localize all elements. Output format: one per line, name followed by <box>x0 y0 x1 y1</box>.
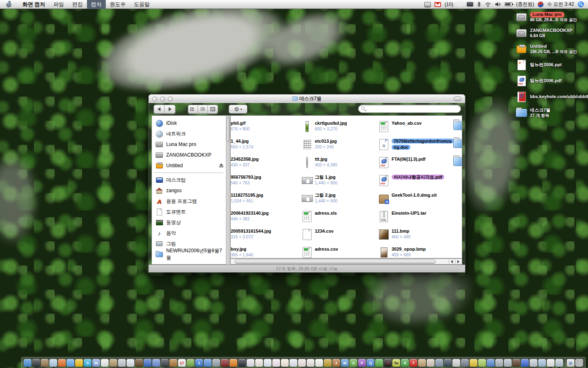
window-title-bar[interactable]: 데스크7월 <box>149 94 465 103</box>
file-item[interactable]: 70706lettertogordonfromzang.doc <box>378 138 454 156</box>
dock-app-icon-1[interactable] <box>32 359 40 367</box>
dock-app-icon-34[interactable] <box>315 359 323 367</box>
file-item[interactable]: 그림 2.jpg1,440 × 900 <box>301 192 377 210</box>
sidebar-item-6[interactable]: 데스크탑 <box>152 175 226 185</box>
dock-app-icon-18[interactable]: 17 <box>178 359 186 367</box>
file-item[interactable]: ttt.jpg400 × 4,385 <box>301 156 377 174</box>
sidebar-item-3[interactable]: ZANGMACBOOKXP <box>152 150 226 160</box>
dock-app-icon-4[interactable] <box>58 359 66 367</box>
dock-app-icon-56[interactable] <box>504 359 512 367</box>
folder-icon-partial[interactable] <box>453 157 462 166</box>
dock-app-icon-50[interactable] <box>452 359 460 367</box>
search-input[interactable] <box>367 105 457 112</box>
dock-app-icon-11[interactable] <box>118 359 126 367</box>
spotlight-icon[interactable] <box>578 1 584 7</box>
dock-app-icon-41[interactable] <box>375 359 383 367</box>
dock-app-icon-51[interactable] <box>461 359 469 367</box>
volume-menu-icon[interactable] <box>495 2 501 7</box>
dock-app-icon-62[interactable] <box>555 359 563 367</box>
dock-app-icon-10[interactable] <box>109 359 117 367</box>
file-item[interactable]: Einstein-UP1.tar <box>378 210 454 228</box>
dock-app-icon-28[interactable] <box>264 359 272 367</box>
action-menu-button[interactable]: ⚙ ▾ <box>229 105 247 114</box>
file-item[interactable]: 3029_opop.bmp459 × 689 <box>378 246 454 258</box>
file-item[interactable]: adress.xls <box>301 210 377 228</box>
displays-menu-icon[interactable] <box>467 2 473 7</box>
apple-menu-icon[interactable] <box>6 1 12 7</box>
airport-wifi-menu-icon[interactable] <box>485 2 491 7</box>
dock-app-icon-35[interactable] <box>324 359 332 367</box>
dock-app-icon-3[interactable] <box>49 359 57 367</box>
file-item[interactable]: 그림 1.jpg1,440 × 900 <box>301 174 377 192</box>
menu-item-1[interactable]: 파일 <box>49 0 68 9</box>
file-item[interactable]: phil.gif676 × 800 <box>231 120 300 138</box>
desktop-icon-5[interactable]: bbs.keyhole.com/ubb/ubbthreads.php/Cat/0 <box>515 91 586 103</box>
file-item[interactable]: GeekTool-1.0.dmg.sit <box>378 192 454 210</box>
dock-app-icon-39[interactable]: P <box>358 359 366 367</box>
file-item[interactable]: Yahoo_ab.csv <box>378 120 454 138</box>
desktop-icon-6[interactable]: 데스크7월27 개 항목 <box>515 107 586 119</box>
sidebar-item-0[interactable]: iDisk <box>152 118 226 128</box>
sidebar-item-7[interactable]: zangss <box>152 185 226 196</box>
dock-app-icon-48[interactable] <box>435 359 443 367</box>
file-item[interactable]: 1118275195.jpg1,024 × 551 <box>231 192 300 210</box>
file-item[interactable]: etc013.jpg200 × 245 <box>301 138 377 156</box>
sidebar-item-13[interactable]: NEWRUN2006년5월6월7월 <box>152 249 226 260</box>
file-item[interactable]: 200641923140.jpg446 × 382 <box>231 210 300 228</box>
file-item[interactable]: 아시아나항공시각표.pdf <box>378 174 454 192</box>
sidebar-item-1[interactable]: 네트워크 <box>152 128 226 139</box>
dock-app-icon-42[interactable]: f <box>384 359 392 367</box>
dock-app-icon-22[interactable] <box>212 359 220 367</box>
ichat-menu-icon[interactable] <box>457 2 463 7</box>
dock-app-icon-14[interactable] <box>144 359 151 367</box>
dock-app-icon-13[interactable] <box>135 359 143 367</box>
menu-item-3[interactable]: 캡처 <box>87 0 106 9</box>
list-view-button[interactable] <box>198 105 208 113</box>
dock-app-icon-9[interactable] <box>101 359 109 367</box>
mail-menu-icon[interactable] <box>434 2 441 7</box>
sidebar-item-8[interactable]: A응용 프로그램 <box>152 196 226 206</box>
menu-item-2[interactable]: 편집 <box>68 0 87 9</box>
desktop-icon-1[interactable]: ZANGMACBOOKXP6.84 GB <box>515 27 586 39</box>
dock-app-icon-31[interactable] <box>290 359 297 367</box>
file-item[interactable]: FTA(06[1].3).pdf <box>378 156 454 174</box>
dock-app-icon-0[interactable] <box>24 359 31 367</box>
dock-app-icon-52[interactable] <box>470 359 477 367</box>
sidebar-item-11[interactable]: ♪음악 <box>152 228 226 238</box>
folder-icon-partial[interactable] <box>453 121 462 130</box>
dock-app-icon-47[interactable] <box>427 359 434 367</box>
dock-webloc-icon[interactable]: @ <box>567 359 575 367</box>
dock-app-icon-37[interactable]: W <box>341 359 349 367</box>
dock-app-icon-40[interactable]: Q <box>367 359 374 367</box>
sidebar-scrollbar[interactable] <box>226 115 230 265</box>
dock-app-icon-61[interactable] <box>547 359 555 367</box>
dock-app-icon-16[interactable] <box>161 359 169 367</box>
dock-app-icon-17[interactable] <box>169 359 177 367</box>
menu-bar-clock[interactable]: 수 오전 3:42 <box>547 1 574 8</box>
dock-app-icon-2[interactable] <box>41 359 49 367</box>
search-field[interactable] <box>358 105 461 113</box>
horizontal-scrollbar[interactable] <box>230 258 462 265</box>
file-item[interactable]: 956756793.jpg540 × 763 <box>231 174 300 192</box>
dock-app-icon-49[interactable] <box>444 359 452 367</box>
desktop-icon-0[interactable]: Luna Mac pro86 GB, 29.8...B 여유 공간 <box>515 11 586 23</box>
dock-app-icon-19[interactable] <box>187 359 194 367</box>
desktop-icon-3[interactable]: 팀뉴런2006.ppt <box>515 59 586 71</box>
desktop-icon-4[interactable]: 팀뉴런2006.pdf <box>515 75 586 87</box>
dock-app-icon-12[interactable] <box>127 359 134 367</box>
file-item[interactable]: 23452358.jpg430 × 207 <box>231 156 300 174</box>
dock-app-icon-26[interactable] <box>247 359 254 367</box>
dock-app-icon-15[interactable] <box>152 359 160 367</box>
file-item[interactable]: boy.jpg365 × 1,640 <box>231 246 300 258</box>
korean-input-menu-icon[interactable] <box>537 1 544 8</box>
file-item[interactable]: adress.csv <box>301 246 377 258</box>
dock-app-icon-21[interactable] <box>204 359 212 367</box>
back-button[interactable] <box>154 105 165 113</box>
dock-app-icon-58[interactable] <box>521 359 529 367</box>
file-item[interactable]: 1234.csv <box>301 228 377 246</box>
dock-app-icon-25[interactable] <box>238 359 246 367</box>
sidebar-item-4[interactable]: Untitled <box>152 160 226 171</box>
eject-icon[interactable] <box>219 164 223 167</box>
dock-app-icon-27[interactable] <box>255 359 263 367</box>
scroll-left-button[interactable] <box>449 259 454 264</box>
